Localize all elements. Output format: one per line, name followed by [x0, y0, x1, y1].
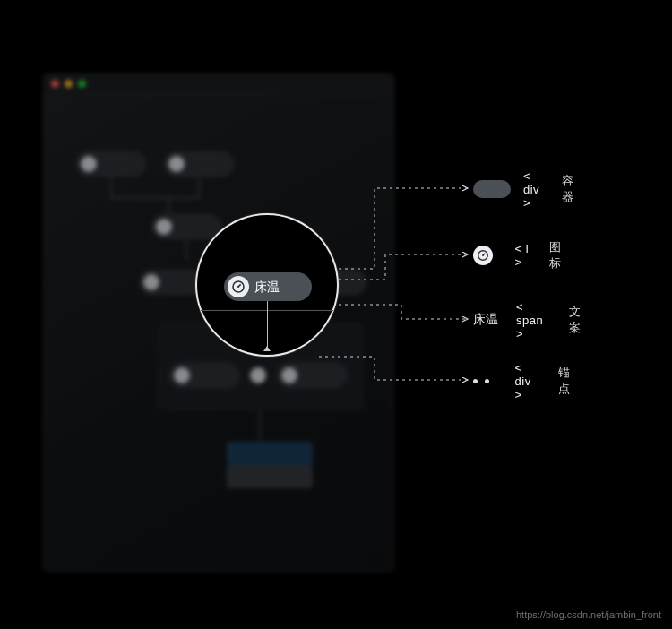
legend-row-icon: < i > 图标: [473, 243, 565, 268]
anchor-line: [267, 301, 268, 349]
bg-node: [164, 151, 234, 177]
anchor-arrow-icon: [263, 346, 271, 351]
legend-desc: 文案: [569, 304, 585, 336]
window-zoom-dot: [78, 80, 86, 88]
legend-sample-text-value: 床温: [473, 312, 498, 328]
legend-row-text: 床温 < span > 文案: [473, 307, 585, 332]
legend-tag: < span >: [516, 300, 551, 340]
magnifier-circle: 床温: [195, 213, 339, 357]
bg-node: [277, 363, 347, 388]
bg-node: [169, 363, 239, 388]
legend-tag: < i >: [515, 242, 532, 269]
window-close-dot: [51, 80, 59, 88]
bg-connector: [110, 197, 200, 199]
anchor-dots-icon: [473, 379, 489, 383]
bg-dot: [250, 367, 266, 383]
node-label: 床温: [254, 272, 280, 301]
node-container: 床温: [224, 272, 312, 301]
legend-desc: 图标: [549, 239, 565, 271]
svg-point-1: [237, 286, 239, 288]
bg-card-header: [227, 442, 313, 465]
bg-connector: [185, 240, 187, 260]
window-minimize-dot: [65, 80, 73, 88]
legend-sample-icon: [473, 246, 503, 265]
legend-row-anchor: < div > 锚点: [473, 368, 574, 393]
pill-icon: [473, 180, 511, 198]
legend-desc: 锚点: [558, 365, 574, 397]
bg-node: [151, 214, 221, 239]
bg-node: [76, 151, 146, 177]
legend-desc: 容器: [562, 173, 574, 205]
legend-row-container: < div > 容器: [473, 177, 574, 202]
bg-connector: [198, 177, 200, 197]
legend-sample-text: 床温: [473, 312, 504, 328]
legend-sample-container: [473, 180, 511, 198]
bg-card-body: [227, 465, 313, 488]
legend-sample-anchor: [473, 379, 503, 383]
gauge-icon: [228, 276, 249, 297]
window-titlebar: [44, 74, 393, 94]
bg-connector: [259, 410, 261, 441]
svg-point-3: [482, 254, 484, 256]
legend-tag: < div >: [515, 361, 541, 401]
bg-connector: [110, 177, 112, 197]
legend-tag: < div >: [523, 169, 544, 210]
bg-node: [139, 270, 202, 295]
bg-connector: [168, 199, 169, 215]
gauge-icon: [473, 246, 493, 265]
source-credit: https://blog.csdn.net/jambin_front: [516, 609, 661, 620]
